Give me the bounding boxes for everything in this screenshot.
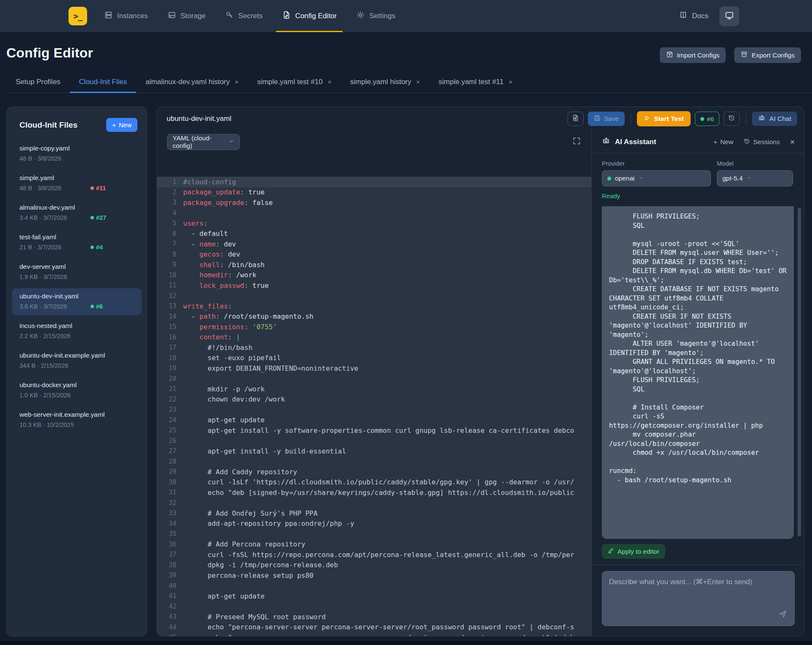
tab-almalinux-history[interactable]: almalinux-dev.yaml history× — [136, 71, 248, 93]
code-line[interactable]: 31 echo "deb [signed-by=/usr/share/keyri… — [157, 487, 591, 498]
ai-sessions-button[interactable]: Sessions — [743, 138, 780, 146]
code-line[interactable]: 37 curl -fsSL https://repo.percona.com/a… — [157, 549, 591, 560]
file-item[interactable]: almalinux-dev.yaml3.4 KB · 3/7/2026#27 — [12, 200, 142, 227]
export-configs-button[interactable]: Export Configs — [734, 47, 801, 63]
code-line[interactable]: 42 — [157, 601, 591, 612]
tab-simple-history[interactable]: simple.yaml history× — [341, 71, 429, 93]
tab-close-icon[interactable]: × — [328, 78, 332, 85]
code-line[interactable]: 32 — [157, 498, 591, 508]
scrollbar-thumb[interactable] — [798, 208, 801, 536]
code-line[interactable]: 12 — [157, 291, 591, 301]
code-line[interactable]: 8 gecos: dev — [157, 249, 591, 260]
code-line[interactable]: 3package_upgrade: false — [157, 197, 591, 208]
code-line[interactable]: 30 curl -1sLf 'https://dl.cloudsmith.io/… — [157, 477, 591, 488]
tab-close-icon[interactable]: × — [509, 78, 513, 85]
new-file-button[interactable]: +New — [106, 118, 137, 132]
file-item[interactable]: ubuntu-dev-init.yaml3.6 KB · 3/7/2026#6 — [12, 288, 142, 315]
code-line[interactable]: 16 content: | — [157, 332, 591, 343]
send-icon[interactable] — [778, 609, 787, 620]
code-line[interactable]: 27 apt-get install -y build-essential — [157, 446, 591, 456]
code-line[interactable]: 44 echo "percona-server-server percona-s… — [157, 622, 591, 633]
plus-icon: + — [112, 121, 116, 128]
code-line[interactable]: 20 — [157, 374, 591, 384]
code-line[interactable]: 14 - path: /root/setup-magento.sh — [157, 312, 591, 322]
code-line[interactable]: 24 apt-get update — [157, 415, 591, 426]
code-line[interactable]: 33 # Add Ondřej Surý's PHP PPA — [157, 508, 591, 519]
file-item[interactable]: ubuntu-dev-init.example.yaml344 B · 2/15… — [12, 347, 142, 374]
tab-simple-test-11[interactable]: simple.yaml test #11× — [429, 71, 521, 93]
provider-select[interactable]: openai — [602, 170, 711, 186]
code-line[interactable]: 6 - default — [157, 229, 591, 239]
tab-close-icon[interactable]: × — [235, 78, 239, 85]
code-line[interactable]: 34 add-apt-repository ppa:ondrej/php -y — [157, 519, 591, 529]
code-line[interactable]: 43 # Preseed MySQL root password — [157, 612, 591, 622]
file-item[interactable]: dev-server.yaml1.9 KB · 3/7/2026 — [12, 259, 142, 286]
file-item[interactable]: ubuntu-docker.yaml1.0 KB · 2/15/2026 — [12, 377, 142, 404]
code-line[interactable]: 26 — [157, 436, 591, 446]
nav-item-secrets[interactable]: Secrets — [225, 0, 263, 32]
nav-item-instances[interactable]: Instances — [104, 0, 148, 32]
code-editor[interactable]: 1#cloud-config2package_update: true3pack… — [157, 177, 591, 636]
code-line[interactable]: 7 - name: dev — [157, 239, 591, 249]
model-select[interactable]: gpt-5.4 — [717, 170, 793, 186]
code-line[interactable]: 21 mkdir -p /work — [157, 384, 591, 394]
import-configs-button[interactable]: Import Configs — [660, 47, 726, 63]
code-line[interactable]: 15 permissions: '0755' — [157, 322, 591, 332]
run-number-badge[interactable]: #6 — [695, 112, 720, 126]
code-line[interactable]: 10 homedir: /work — [157, 270, 591, 281]
file-item[interactable]: incus-nested.yaml2.2 KB · 2/15/2026 — [12, 318, 142, 345]
file-item[interactable]: simple-copy.yaml48 B · 3/8/2026 — [12, 140, 142, 167]
ai-prompt-input[interactable] — [602, 571, 794, 626]
code-line[interactable]: 22 chown dev:dev /work — [157, 394, 591, 405]
code-line[interactable]: 36 # Add Percona repository — [157, 539, 591, 550]
code-line[interactable]: 19 export DEBIAN_FRONTEND=noninteractive — [157, 363, 591, 374]
code-line[interactable]: 38 dpkg -i /tmp/percona-release.deb — [157, 560, 591, 571]
code-line[interactable]: 25 apt-get install -y software-propertie… — [157, 425, 591, 436]
file-item[interactable]: web-server-init.example.yaml10.3 KB · 10… — [12, 407, 142, 434]
ai-message-bubble: FLUSH PRIVILEGES; SQL mysql -uroot -proo… — [602, 206, 794, 539]
docs-link[interactable]: Docs — [679, 11, 708, 22]
file-item[interactable]: test-fail.yaml21 B · 3/7/2026#4 — [12, 229, 142, 256]
code-line[interactable]: 41 apt-get update — [157, 591, 591, 601]
code-line[interactable]: 39 percona-release setup ps80 — [157, 570, 591, 581]
app-logo-terminal-icon[interactable]: >_ — [69, 7, 87, 25]
display-mode-button[interactable] — [719, 6, 739, 26]
code-line[interactable]: 18 set -euxo pipefail — [157, 353, 591, 363]
code-line[interactable]: 5users: — [157, 218, 591, 229]
history-button[interactable] — [724, 112, 740, 126]
nav-item-label: Storage — [181, 12, 206, 20]
code-line[interactable]: 28 — [157, 456, 591, 467]
language-select[interactable]: YAML (cloud-config) — [167, 134, 240, 150]
code-line[interactable]: 29 # Add Caddy repository — [157, 467, 591, 477]
tab-cloud-init-files[interactable]: Cloud-Init Files — [70, 71, 136, 93]
code-line[interactable]: 35 — [157, 529, 591, 539]
apply-to-editor-button[interactable]: Apply to editor — [602, 544, 665, 559]
code-line[interactable]: 9 shell: /bin/bash — [157, 260, 591, 270]
code-line[interactable]: 45 echo "percona-server-server percona-s… — [157, 632, 591, 636]
fullscreen-button[interactable] — [572, 137, 581, 147]
file-meta: 2.2 KB · 2/15/2026 — [19, 333, 71, 339]
clock-icon — [743, 138, 750, 146]
nav-item-settings[interactable]: Settings — [356, 0, 395, 32]
code-line[interactable]: 11 lock_passwd: true — [157, 280, 591, 291]
file-item[interactable]: simple.yaml48 B · 3/8/2026#11 — [12, 170, 142, 197]
diff-view-button[interactable] — [568, 112, 584, 126]
ai-close-icon[interactable]: × — [790, 137, 795, 147]
code-line[interactable]: 23 — [157, 404, 591, 415]
nav-item-storage[interactable]: Storage — [167, 0, 206, 32]
save-button[interactable]: Save — [588, 112, 625, 126]
code-line[interactable]: 40 — [157, 581, 591, 591]
start-test-button[interactable]: Start Test — [637, 111, 690, 126]
code-line[interactable]: 17 #!/bin/bash — [157, 342, 591, 353]
ai-chat-button[interactable]: AI Chat — [752, 112, 797, 126]
code-line[interactable]: 4 — [157, 208, 591, 219]
code-line[interactable]: 1#cloud-config — [157, 177, 591, 187]
nav-item-config-editor[interactable]: Config Editor — [282, 0, 337, 32]
tab-simple-test-10[interactable]: simple.yaml test #10× — [248, 71, 341, 93]
sidebar-title: Cloud-Init Files — [19, 120, 77, 130]
code-line[interactable]: 2package_update: true — [157, 187, 591, 198]
ai-new-session-button[interactable]: +New — [713, 138, 733, 146]
tab-setup-profiles[interactable]: Setup Profiles — [6, 71, 70, 93]
tab-close-icon[interactable]: × — [416, 78, 420, 85]
code-line[interactable]: 13write_files: — [157, 301, 591, 312]
